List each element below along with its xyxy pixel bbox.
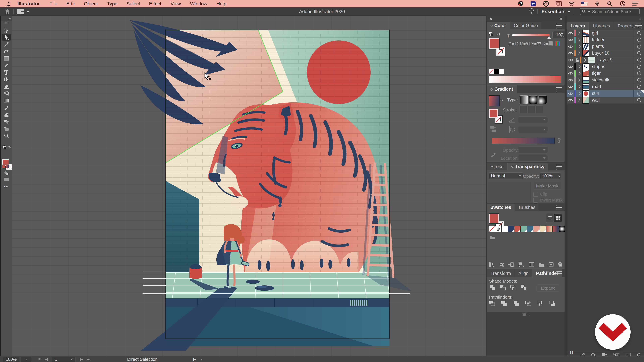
layer-visibility-toggle[interactable] [567, 92, 574, 95]
menu-item[interactable]: Help [212, 1, 231, 6]
aspect-ratio-input[interactable] [518, 126, 548, 133]
zoom-dropdown[interactable] [21, 357, 31, 362]
layer-visibility-toggle[interactable] [567, 58, 574, 61]
radial-gradient-button[interactable] [529, 95, 537, 104]
layer-thumbnail[interactable] [582, 97, 589, 104]
arrange-documents-icon[interactable] [17, 8, 30, 14]
chevron-expand-icon[interactable] [577, 45, 580, 48]
prev-artboard-icon[interactable]: ◀ [45, 357, 48, 362]
angle-input[interactable] [518, 116, 548, 123]
next-artboard-icon[interactable]: ▶ [80, 357, 83, 362]
chevron-expand-icon[interactable] [577, 38, 580, 41]
chevron-expand-icon[interactable] [577, 31, 580, 35]
chevron-expand-icon[interactable] [577, 65, 580, 68]
opacity-input[interactable] [518, 147, 548, 153]
adobe-stock-search[interactable]: Search Adobe Stock [580, 8, 640, 15]
tab-color-guide[interactable]: Color Guide [510, 22, 542, 29]
menu-item[interactable]: Object [79, 1, 102, 6]
tool-type[interactable] [2, 69, 11, 76]
layer-name[interactable]: road [592, 84, 637, 89]
tab-stroke[interactable]: Stroke [487, 163, 507, 170]
tool-reflect[interactable] [2, 76, 11, 83]
color-chip[interactable] [2, 165, 5, 168]
fill-swatch[interactable] [489, 38, 500, 49]
layer-thumbnail[interactable] [582, 83, 589, 90]
swatch-kinds-icon[interactable] [518, 262, 524, 267]
panel-menu-icon[interactable] [556, 24, 562, 28]
first-artboard-icon[interactable]: ⏮ [38, 357, 42, 362]
menu-item[interactable]: Effect [144, 1, 166, 6]
layer-row[interactable]: wall [567, 97, 644, 104]
crop-button[interactable] [525, 301, 532, 306]
menu-item[interactable]: Edit [62, 1, 79, 6]
chevron-expand-icon[interactable] [577, 85, 580, 88]
last-artboard-icon[interactable]: ⏭ [87, 357, 90, 362]
swatch[interactable]: ⊕ [540, 226, 546, 232]
wifi-icon[interactable] [568, 1, 574, 7]
menu-item[interactable]: View [166, 1, 185, 6]
merge-button[interactable] [513, 301, 520, 306]
swatch[interactable]: ⊕ [489, 226, 495, 232]
minus-back-button[interactable] [550, 301, 556, 306]
layer-thumbnail[interactable] [582, 63, 589, 70]
toolbar-grip[interactable] [1, 21, 12, 24]
tab-transform[interactable]: Transform [487, 270, 515, 277]
outline-button[interactable] [537, 301, 544, 306]
obs-icon[interactable] [518, 1, 524, 7]
location-input[interactable] [518, 155, 548, 161]
search-icon[interactable] [607, 1, 613, 7]
fill-stroke-control[interactable] [489, 109, 504, 124]
layer-row[interactable]: ladder [567, 36, 644, 43]
layer-row[interactable]: girl [567, 30, 644, 36]
artboard-artwork[interactable] [166, 30, 390, 339]
tab-swatches[interactable]: Swatches [487, 204, 515, 211]
teamviewer-icon[interactable] [530, 1, 536, 7]
swatch[interactable]: ⊕ [514, 226, 520, 232]
tab-libraries[interactable]: Libraries [589, 22, 614, 30]
swatch[interactable]: ⊕ [527, 226, 533, 232]
clip-checkbox-row[interactable]: Clip [533, 192, 548, 197]
collapse-panels-icon[interactable]: « [560, 16, 562, 21]
layer-visibility-toggle[interactable] [567, 38, 574, 41]
exclude-button[interactable] [520, 285, 527, 291]
chevron-down-icon[interactable] [588, 11, 590, 12]
layer-target-circle[interactable] [637, 51, 641, 55]
layer-visibility-toggle[interactable] [567, 79, 574, 82]
swatch[interactable]: ⊕ [552, 226, 559, 232]
gradient-chip[interactable] [6, 165, 9, 168]
menu-item[interactable]: Select [122, 1, 144, 6]
layer-target-circle[interactable] [637, 85, 641, 89]
layer-thumbnail[interactable] [582, 30, 589, 36]
gradient-preview-swatch[interactable] [489, 95, 500, 106]
opacity-stepper-icon[interactable]: › [558, 173, 560, 179]
chevron-expand-icon[interactable] [577, 78, 580, 82]
tab-transparency[interactable]: ◇Transparency [507, 163, 548, 170]
swatch[interactable]: ⊕ [508, 226, 514, 232]
layer-row[interactable]: road [567, 83, 644, 90]
panel-resize-grip[interactable] [522, 313, 530, 316]
menu-item[interactable]: Window [186, 1, 212, 6]
screen-mode-button[interactable] [2, 176, 11, 183]
layer-visibility-toggle[interactable] [567, 85, 574, 88]
tab-brushes[interactable]: Brushes [515, 204, 539, 211]
new-color-group-icon[interactable] [538, 262, 544, 267]
close-icon[interactable]: ✕ [489, 16, 493, 22]
artboard-number[interactable]: 1 [52, 357, 76, 362]
layer-name[interactable]: girl [592, 30, 637, 36]
apple-menu-icon[interactable] [6, 1, 11, 6]
menu-item[interactable]: File [45, 1, 62, 6]
more-tools-button[interactable]: ••• [2, 183, 11, 190]
swatch-group-folder-icon[interactable] [489, 235, 496, 240]
layer-thumbnail[interactable] [582, 90, 589, 97]
layer-name[interactable]: sun [592, 91, 637, 96]
layer-target-circle[interactable] [637, 91, 641, 95]
rgb-spectrum-swatch[interactable] [556, 41, 560, 45]
layer-visibility-toggle[interactable] [567, 72, 574, 75]
layer-name[interactable]: sidewalk [592, 77, 637, 83]
draw-mode-button[interactable] [2, 170, 11, 177]
swatch[interactable]: ⊕ [502, 226, 508, 232]
eyedropper-icon[interactable] [490, 150, 496, 157]
layer-row[interactable]: sun [567, 90, 644, 97]
gradient-ramp[interactable] [492, 138, 555, 144]
divide-button[interactable] [489, 301, 496, 306]
